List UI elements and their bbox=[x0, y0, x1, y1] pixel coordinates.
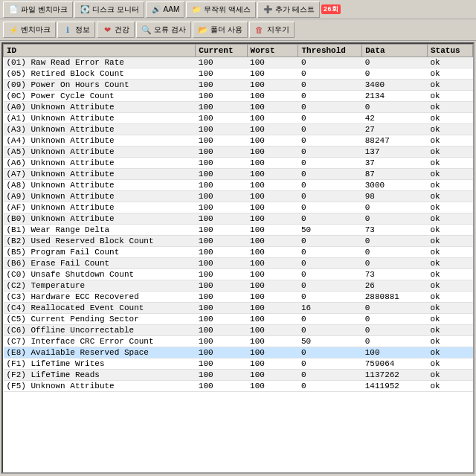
header-id: ID bbox=[4, 45, 196, 57]
table-row[interactable]: (A0) Unknown Attribute10010000ok bbox=[4, 102, 473, 113]
benchmark-icon: ⚡ bbox=[8, 25, 19, 35]
table-row[interactable]: (F1) LifeTime Writes1001000759064ok bbox=[4, 358, 473, 370]
info-button[interactable]: ℹ 정보 bbox=[57, 22, 95, 38]
table-row[interactable]: (B0) Unknown Attribute10010000ok bbox=[4, 213, 473, 225]
table-row[interactable]: (A4) Unknown Attribute100100088247ok bbox=[4, 135, 473, 147]
cell-status: ok bbox=[428, 169, 473, 180]
cell-status: ok bbox=[428, 80, 473, 91]
cell-threshold: 0 bbox=[298, 292, 362, 303]
header-worst: Worst bbox=[247, 45, 298, 57]
table-row[interactable]: (B2) Used Reserved Block Count10010000ok bbox=[4, 236, 473, 247]
cell-threshold: 16 bbox=[298, 303, 362, 314]
table-row[interactable]: (A7) Unknown Attribute100100087ok bbox=[4, 169, 473, 180]
cell-threshold: 0 bbox=[298, 247, 362, 258]
random-access-button[interactable]: 📁 무작위 액세스 bbox=[186, 1, 256, 18]
cell-data: 73 bbox=[362, 225, 428, 236]
table-row[interactable]: (01) Raw Read Error Rate10010000ok bbox=[4, 57, 473, 68]
extra-test-button[interactable]: ➕ 추가 테스트 bbox=[257, 1, 320, 18]
table-row[interactable]: (A1) Unknown Attribute100100042ok bbox=[4, 113, 473, 124]
table-row[interactable]: (A6) Unknown Attribute100100037ok bbox=[4, 158, 473, 169]
table-row[interactable]: (A5) Unknown Attribute1001000137ok bbox=[4, 147, 473, 158]
table-row[interactable]: (C5) Current Pending Sector10010000ok bbox=[4, 314, 473, 325]
table-row[interactable]: (A8) Unknown Attribute10010003000ok bbox=[4, 180, 473, 191]
folder-usage-button[interactable]: 📂 폴더 사용 bbox=[193, 22, 248, 38]
smart-table-container[interactable]: ID Current Worst Threshold Data Status (… bbox=[1, 42, 475, 474]
cell-worst: 100 bbox=[247, 113, 298, 124]
table-row[interactable]: (0C) Power Cycle Count10010002134ok bbox=[4, 91, 473, 102]
aam-button[interactable]: 🔊 AAM bbox=[146, 1, 185, 18]
cell-data: 0 bbox=[362, 325, 428, 336]
table-row[interactable]: (F5) Unknown Attribute10010001411952ok bbox=[4, 381, 473, 392]
cell-data: 0 bbox=[362, 314, 428, 325]
cell-id: (A1) Unknown Attribute bbox=[4, 113, 196, 124]
table-row[interactable]: (B1) Wear Range Delta1001005073ok bbox=[4, 225, 473, 236]
error-check-button[interactable]: 🔍 오류 검사 bbox=[136, 22, 191, 38]
cell-id: (B6) Erase Fail Count bbox=[4, 258, 196, 269]
extra-test-icon: ➕ bbox=[263, 4, 273, 15]
clear-button[interactable]: 🗑 지우기 bbox=[249, 22, 295, 38]
table-row[interactable]: (B5) Program Fail Count10010000ok bbox=[4, 247, 473, 258]
cell-id: (F2) LifeTime Reads bbox=[4, 370, 196, 381]
disk-monitor-button[interactable]: 💽 디스크 모니터 bbox=[74, 1, 144, 18]
table-row[interactable]: (05) Retired Block Count10010000ok bbox=[4, 68, 473, 80]
cell-worst: 100 bbox=[247, 68, 298, 80]
cell-data: 0 bbox=[362, 213, 428, 225]
health-button[interactable]: ❤ 건강 bbox=[97, 22, 135, 38]
table-row[interactable]: (A9) Unknown Attribute100100098ok bbox=[4, 191, 473, 202]
cell-threshold: 0 bbox=[298, 124, 362, 135]
app-window: 📄 파일 벤치마크 💽 디스크 모니터 🔊 AAM 📁 무작위 액세스 ➕ 추가… bbox=[0, 0, 476, 474]
toolbar-row-bottom: ⚡ 벤치마크 ℹ 정보 ❤ 건강 🔍 오류 검사 📂 폴더 사용 🗑 지우기 bbox=[0, 19, 476, 40]
cell-current: 100 bbox=[196, 124, 247, 135]
cell-worst: 100 bbox=[247, 236, 298, 247]
cell-worst: 100 bbox=[247, 213, 298, 225]
cell-status: ok bbox=[428, 236, 473, 247]
table-row[interactable]: (C3) Hardware ECC Recovered1001000288088… bbox=[4, 292, 473, 303]
file-benchmark-label: 파일 벤치마크 bbox=[21, 4, 68, 15]
cell-threshold: 0 bbox=[298, 370, 362, 381]
cell-threshold: 0 bbox=[298, 91, 362, 102]
cell-threshold: 0 bbox=[298, 269, 362, 280]
cell-data: 26 bbox=[362, 280, 428, 292]
cell-worst: 100 bbox=[247, 191, 298, 202]
cell-current: 100 bbox=[196, 325, 247, 336]
cell-data: 100 bbox=[362, 347, 428, 358]
cell-id: (A0) Unknown Attribute bbox=[4, 102, 196, 113]
table-row[interactable]: (B6) Erase Fail Count10010000ok bbox=[4, 258, 473, 269]
cell-threshold: 0 bbox=[298, 202, 362, 213]
table-body: (01) Raw Read Error Rate10010000ok(05) R… bbox=[4, 57, 473, 392]
table-row[interactable]: (C4) Reallocated Event Count100100160ok bbox=[4, 303, 473, 314]
table-row[interactable]: (C0) Unsafe Shutdown Count100100073ok bbox=[4, 269, 473, 280]
disk-icon: 💽 bbox=[80, 4, 90, 15]
cell-worst: 100 bbox=[247, 381, 298, 392]
cell-current: 100 bbox=[196, 191, 247, 202]
table-row[interactable]: (C6) Offline Uncorrectable10010000ok bbox=[4, 325, 473, 336]
table-row[interactable]: (A3) Unknown Attribute100100027ok bbox=[4, 124, 473, 135]
cell-status: ok bbox=[428, 258, 473, 269]
random-access-icon: 📁 bbox=[191, 4, 202, 15]
table-row[interactable]: (C7) Interface CRC Error Count100100500o… bbox=[4, 336, 473, 347]
benchmark-button[interactable]: ⚡ 벤치마크 bbox=[3, 22, 56, 38]
cell-status: ok bbox=[428, 225, 473, 236]
cell-threshold: 0 bbox=[298, 314, 362, 325]
file-benchmark-button[interactable]: 📄 파일 벤치마크 bbox=[3, 1, 73, 18]
toolbar-area: 📄 파일 벤치마크 💽 디스크 모니터 🔊 AAM 📁 무작위 액세스 ➕ 추가… bbox=[0, 0, 476, 41]
table-row[interactable]: (F2) LifeTime Reads10010001137262ok bbox=[4, 370, 473, 381]
cell-current: 100 bbox=[196, 147, 247, 158]
cell-status: ok bbox=[428, 135, 473, 147]
cell-threshold: 0 bbox=[298, 381, 362, 392]
cell-worst: 100 bbox=[247, 303, 298, 314]
header-current: Current bbox=[196, 45, 247, 57]
table-row[interactable]: (09) Power On Hours Count10010003400ok bbox=[4, 80, 473, 91]
cell-threshold: 0 bbox=[298, 135, 362, 147]
cell-worst: 100 bbox=[247, 258, 298, 269]
table-row[interactable]: (E8) Available Reserved Space1001000100o… bbox=[4, 347, 473, 358]
cell-data: 37 bbox=[362, 158, 428, 169]
table-row[interactable]: (C2) Temperature100100026ok bbox=[4, 280, 473, 292]
cell-data: 0 bbox=[362, 247, 428, 258]
badge-count: 26회 bbox=[321, 4, 341, 14]
cell-worst: 100 bbox=[247, 225, 298, 236]
cell-status: ok bbox=[428, 68, 473, 80]
cell-worst: 100 bbox=[247, 336, 298, 347]
table-row[interactable]: (AF) Unknown Attribute10010000ok bbox=[4, 202, 473, 213]
cell-current: 100 bbox=[196, 57, 247, 68]
